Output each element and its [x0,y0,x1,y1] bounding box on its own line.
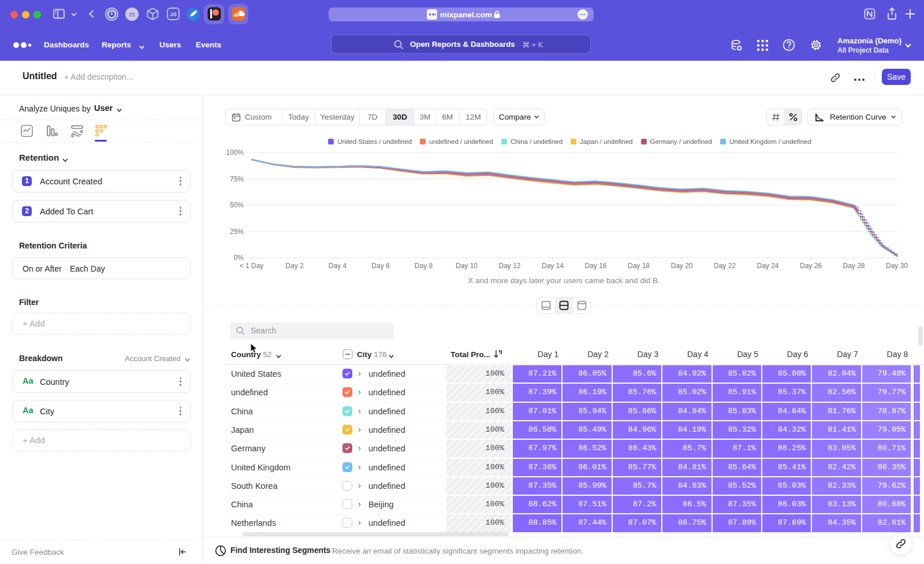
svg-text:m: m [129,10,135,18]
svg-text:100%: 100% [226,149,244,157]
svg-text:25%: 25% [230,228,244,236]
svg-text:Day 6: Day 6 [371,262,390,270]
svg-text:75%: 75% [230,175,244,183]
svg-text:Day 20: Day 20 [670,262,692,270]
svg-text:< 1 Day: < 1 Day [240,262,264,270]
svg-text:Day 8: Day 8 [415,262,433,270]
svg-text:0%: 0% [234,254,244,262]
svg-text:Day 24: Day 24 [757,262,778,270]
svg-text:Day 26: Day 26 [800,262,822,270]
svg-text:50%: 50% [230,201,244,209]
svg-text:Day 14: Day 14 [542,262,564,270]
svg-text:Day 12: Day 12 [498,262,520,270]
svg-text:Day 28: Day 28 [843,262,865,270]
svg-text:Day 30: Day 30 [886,262,908,270]
svg-text:Day 18: Day 18 [628,262,650,270]
svg-text:JS: JS [170,11,177,17]
svg-text:Day 16: Day 16 [584,262,606,270]
svg-text:Day 4: Day 4 [329,262,347,270]
svg-text:Day 22: Day 22 [714,262,736,270]
svg-text:Day 2: Day 2 [285,262,304,270]
svg-text:Day 10: Day 10 [456,262,478,270]
